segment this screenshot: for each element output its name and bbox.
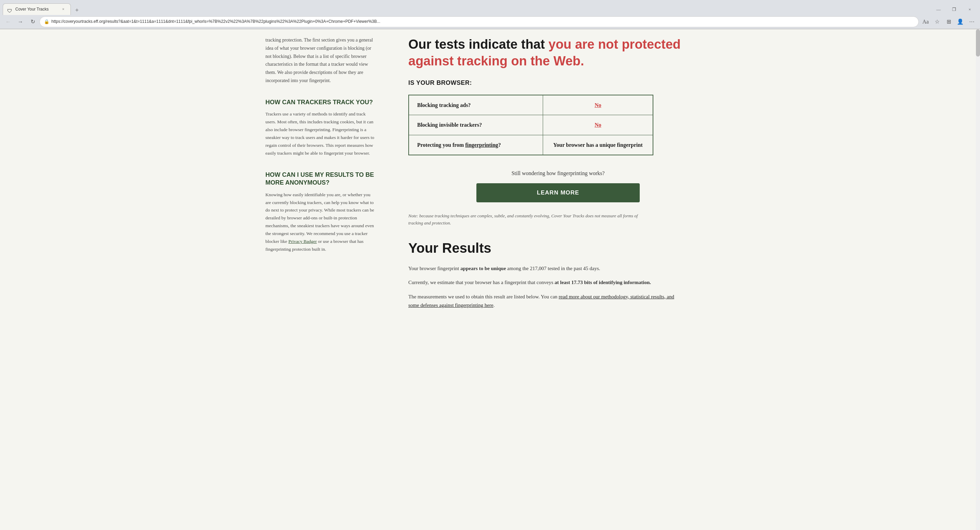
question-trackers: Blocking invisible trackers? — [409, 115, 543, 135]
maximize-button[interactable]: ❐ — [947, 4, 962, 15]
content-wrapper: tracking protection. The first section g… — [245, 29, 735, 530]
results-p2-before: Currently, we estimate that your browser… — [408, 279, 555, 285]
table-row-trackers: Blocking invisible trackers? No — [409, 115, 653, 135]
sidebar-intro-text: tracking protection. The first section g… — [266, 36, 374, 85]
scrollbar-thumb[interactable] — [976, 29, 980, 57]
lock-icon: 🔒 — [44, 18, 49, 26]
tab-bar: 🛡 Cover Your Tracks × + — ❐ × — [0, 0, 980, 15]
sidebar-section-anonymous: HOW CAN I USE MY RESULTS TO BE MORE ANON… — [266, 171, 374, 254]
sidebar-intro: tracking protection. The first section g… — [266, 36, 374, 85]
results-p2: Currently, we estimate that your browser… — [408, 278, 681, 287]
sidebar: tracking protection. The first section g… — [245, 29, 388, 530]
sidebar-body-anonymous: Knowing how easily identifiable you are,… — [266, 191, 374, 254]
question-fingerprint: Protecting you from fingerprinting? — [409, 135, 543, 155]
close-button[interactable]: × — [962, 4, 977, 15]
main-heading: Our tests indicate that you are not prot… — [408, 36, 708, 70]
tab-favicon: 🛡 — [7, 7, 13, 12]
answer-ads: No — [543, 95, 653, 115]
new-tab-button[interactable]: + — [72, 5, 82, 15]
answer-fingerprint: Your browser has a unique fingerprint — [543, 135, 653, 155]
note-text: Note: because tracking techniques are co… — [408, 212, 653, 227]
window-controls: — ❐ × — [931, 4, 977, 15]
table-row-ads: Blocking tracking ads? No — [409, 95, 653, 115]
heading-black: Our tests indicate that — [408, 37, 545, 51]
results-p2-bold: at least 17.73 bits of identifying infor… — [555, 279, 651, 285]
question-ads: Blocking tracking ads? — [409, 95, 543, 115]
url-text: https://coveryourtracks.eff.org/results?… — [51, 18, 914, 25]
answer-trackers: No — [543, 115, 653, 135]
browser-toolbar: ← → ↻ 🔒 https://coveryourtracks.eff.org/… — [0, 15, 980, 29]
results-p3-after: . — [493, 302, 495, 308]
menu-button[interactable]: ⋯ — [966, 16, 977, 27]
main-content: Our tests indicate that you are not prot… — [388, 29, 735, 530]
results-p1-before: Your browser fingerprint — [408, 266, 460, 271]
table-row-fingerprint: Protecting you from fingerprinting? Your… — [409, 135, 653, 155]
results-p3-before: The measurements we used to obtain this … — [408, 294, 559, 299]
toolbar-right-buttons: Aa ☆ ⊞ 👤 ⋯ — [920, 16, 977, 27]
learn-more-button[interactable]: LEARN MORE — [476, 183, 640, 202]
results-p1-bold: appears to be unique — [460, 266, 506, 271]
forward-button[interactable]: → — [15, 16, 26, 27]
scrollbar-track[interactable] — [976, 29, 980, 530]
profile-button[interactable]: 👤 — [955, 16, 966, 27]
results-p1-after: among the 217,007 tested in the past 45 … — [506, 266, 600, 271]
reload-button[interactable]: ↻ — [27, 16, 38, 27]
answer-trackers-value: No — [595, 122, 601, 128]
results-body: Your browser fingerprint appears to be u… — [408, 264, 681, 310]
is-your-browser-label: IS YOUR BROWSER: — [408, 78, 708, 88]
browser-chrome: 🛡 Cover Your Tracks × + — ❐ × ← → ↻ 🔒 ht… — [0, 0, 980, 29]
sidebar-body-trackers: Trackers use a variety of methods to ide… — [266, 110, 374, 157]
your-results-heading: Your Results — [408, 237, 708, 259]
results-p3: The measurements we used to obtain this … — [408, 292, 681, 310]
sidebar-heading-trackers: HOW CAN TRACKERS TRACK YOU? — [266, 99, 374, 106]
bookmark-button[interactable]: ☆ — [932, 16, 943, 27]
page-container: tracking protection. The first section g… — [0, 29, 980, 530]
fingerprinting-link[interactable]: fingerprinting — [465, 142, 498, 148]
sidebar-heading-anonymous: HOW CAN I USE MY RESULTS TO BE MORE ANON… — [266, 171, 374, 187]
tab-close-button[interactable]: × — [60, 6, 66, 13]
extensions-button[interactable]: ⊞ — [943, 16, 954, 27]
sidebar-section-trackers: HOW CAN TRACKERS TRACK YOU? Trackers use… — [266, 99, 374, 157]
learn-more-section: Still wondering how fingerprinting works… — [408, 169, 708, 202]
answer-fingerprint-value: Your browser has a unique fingerprint — [553, 142, 643, 148]
sidebar-body-text1: Knowing how easily identifiable you are,… — [266, 192, 374, 244]
tab-title: Cover Your Tracks — [15, 6, 57, 13]
results-table: Blocking tracking ads? No Blocking invis… — [408, 95, 653, 156]
reader-view-button[interactable]: Aa — [920, 16, 931, 27]
back-button[interactable]: ← — [3, 16, 14, 27]
results-p1: Your browser fingerprint appears to be u… — [408, 264, 681, 273]
privacy-badger-link[interactable]: Privacy Badger — [288, 239, 317, 244]
wondering-text: Still wondering how fingerprinting works… — [408, 169, 708, 178]
minimize-button[interactable]: — — [931, 4, 946, 15]
address-bar[interactable]: 🔒 https://coveryourtracks.eff.org/result… — [40, 16, 919, 27]
active-tab[interactable]: 🛡 Cover Your Tracks × — [3, 3, 71, 15]
answer-ads-value: No — [595, 102, 601, 108]
